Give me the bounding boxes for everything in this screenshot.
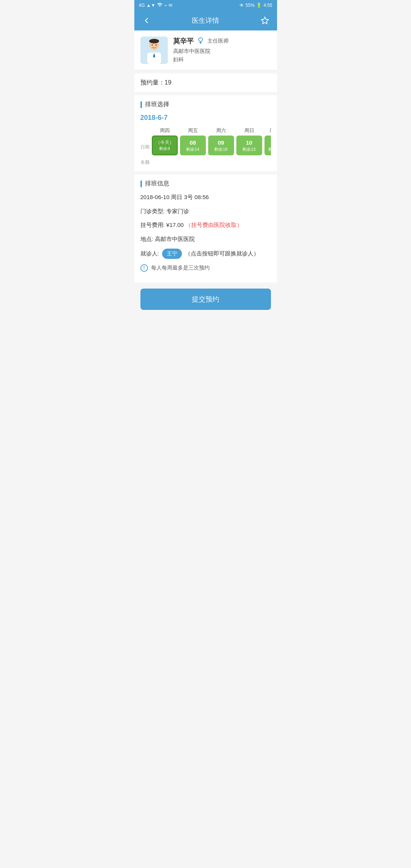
eye-icon: 👁 [239,3,244,8]
divider-1 [134,70,277,70]
doctor-hospital: 高邮市中医医院 [173,48,271,55]
fee-label: 挂号费用: ¥17.00 [140,222,184,228]
weekday-0: 周四 [160,127,170,134]
svg-point-2 [149,39,159,43]
date-row-label: 日期 [140,136,150,158]
header: 医生详情 [134,11,277,30]
fee-row: 挂号费用: ¥17.00 （挂号费由医院收取） [140,221,271,230]
doctor-gender-icon [197,37,204,46]
slot-col-3: 周日 10 剩余13 [236,127,262,155]
slot-col-2: 周六 09 剩余18 [208,127,234,155]
notice-icon: ! [140,264,148,272]
schedule-section-header: 排班选择 [140,101,271,108]
status-bar: 4G ▲▼ ⌁ ✉ 👁 55% 🔋 4:55 [134,0,277,11]
network-icon: 4G [139,3,145,8]
slot-date-3: 10 [239,139,260,147]
appointment-count: 预约量：19 [140,79,172,86]
slot-card-1[interactable]: 08 剩余14 [180,136,206,155]
slot-remain-3: 剩余13 [239,147,260,152]
slot-date-2: 09 [210,139,232,147]
patient-change-note: （点击按钮即可跟换就诊人） [185,250,259,257]
calendar-container: 日期 名额 周四 （今天） 剩余9 周五 08 剩余14 [140,127,271,166]
notice-row: ! 每人每周最多是三次预约 [140,264,271,272]
submit-button[interactable]: 提交预约 [140,289,271,310]
slot-col-1: 周五 08 剩余14 [180,127,206,155]
doctor-name-row: 莫辛平 主任医师 [173,37,271,46]
slot-date-4: 12 [267,139,271,147]
info-section-header: 排班信息 [140,180,271,188]
slot-remain-1: 剩余14 [182,147,204,152]
calendar-slots-row: 周四 （今天） 剩余9 周五 08 剩余14 周六 [152,127,271,155]
schedule-section: 排班选择 2018-6-7 日期 名额 周四 （今天） 剩余9 周五 [134,95,277,171]
patient-row: 就诊人: 王宁 （点击按钮即可跟换就诊人） [140,249,271,259]
slot-card-3[interactable]: 10 剩余13 [236,136,262,155]
svg-point-5 [151,45,153,46]
slot-card-2[interactable]: 09 剩余18 [208,136,234,155]
status-left: 4G ▲▼ ⌁ ✉ [139,3,173,8]
slot-card-0[interactable]: （今天） 剩余9 [152,136,178,155]
info-section-bar-icon [140,180,142,187]
slot-remain-0: 剩余9 [155,146,175,152]
section-bar-icon [140,101,142,108]
patient-name-button[interactable]: 王宁 [162,249,182,259]
wifi-icon [157,3,163,8]
message-icon: ✉ [169,3,172,8]
schedule-info-section: 排班信息 2018-06-10 周日 3号 08:56 门诊类型: 专家门诊 挂… [134,174,277,282]
svg-point-6 [155,45,156,46]
slot-remain-4: 剩余... [267,147,271,152]
doctor-profile: 莫辛平 主任医师 高邮市中医医院 妇科 [134,30,277,70]
notice-text: 每人每周最多是三次预约 [151,265,210,271]
weekday-3: 周日 [244,127,254,134]
favorite-button[interactable] [259,14,271,27]
patient-label: 就诊人: [140,250,159,257]
row-labels: 日期 名额 [140,127,150,166]
slot-col-4: 周一 12 剩余... [264,127,271,155]
appointment-count-section: 预约量：19 [134,73,277,92]
slot-card-4[interactable]: 12 剩余... [264,136,271,155]
appointment-label: 预约量： [140,79,165,86]
back-button[interactable] [140,14,153,27]
calendar-scroll: 周四 （今天） 剩余9 周五 08 剩余14 周六 [152,127,271,155]
slot-date-1: 08 [182,139,204,147]
clinic-type-row: 门诊类型: 专家门诊 [140,207,271,216]
doctor-title: 主任医师 [207,38,229,45]
location-row: 地点: 高邮市中医医院 [140,235,271,244]
doctor-name: 莫辛平 [173,37,194,46]
doctor-department: 妇科 [173,56,271,63]
fee-note: （挂号费由医院收取） [185,222,242,228]
doctor-info: 莫辛平 主任医师 高邮市中医医院 妇科 [173,37,271,63]
slot-remain-2: 剩余18 [210,147,232,152]
status-right: 👁 55% 🔋 4:55 [239,3,272,8]
page-title: 医生详情 [192,16,219,25]
slot-col-0: 周四 （今天） 剩余9 [152,127,178,155]
svg-point-7 [199,38,202,41]
signal-icon: ▲▼ [147,3,156,8]
time-display: 4:55 [263,3,272,8]
current-date-label: 2018-6-7 [140,114,271,122]
schedule-section-title: 排班选择 [145,101,169,108]
weekday-1: 周五 [188,127,198,134]
usb-icon: ⌁ [164,3,167,8]
battery-icon: 🔋 [256,3,262,8]
schedule-date-info: 2018-06-10 周日 3号 08:56 [140,193,271,202]
weekday-4: 周一 [269,127,271,134]
slot-today-label: （今天） [155,139,175,146]
info-section-title: 排班信息 [145,180,169,188]
doctor-avatar [140,37,168,64]
weekday-2: 周六 [216,127,226,134]
appointment-value: 19 [165,79,172,86]
quota-row-label: 名额 [140,158,150,166]
battery-text: 55% [245,3,255,8]
